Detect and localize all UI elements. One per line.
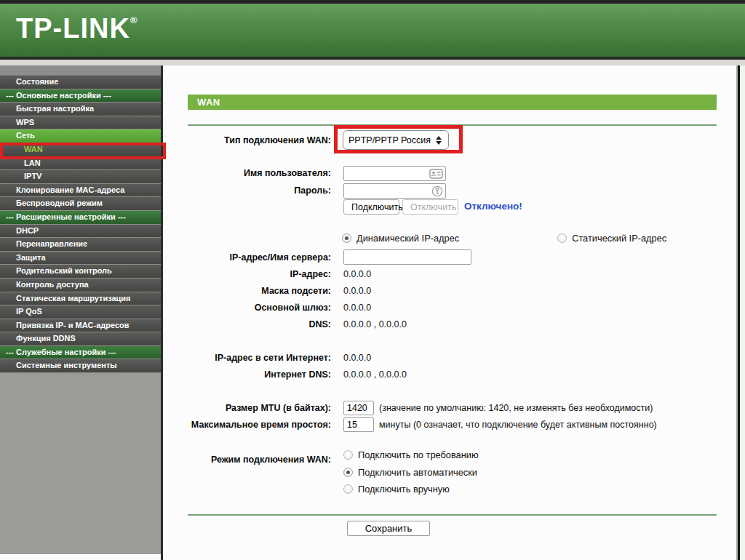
sidebar-item[interactable]: Родительский контроль [0,265,161,279]
mtu-note: (значение по умолчанию: 1420, не изменят… [379,403,653,413]
tplink-logo: TP-LINK® [16,13,138,44]
sidebar-item[interactable]: Контроль доступа [0,279,161,292]
sidebar-item-label: --- Основные настройки --- [6,91,111,100]
radio-option-label: Подключить по требованию [358,449,479,460]
sidebar-bottom-strip [0,554,161,560]
wan-mode-radio-option[interactable]: Подключить вручную [343,484,479,495]
idle-time-input[interactable] [343,417,374,432]
ip-mode-radio-option[interactable]: Динамический IP-адрес [342,233,459,244]
inet-dns-label: Интернет DNS: [167,369,331,380]
sidebar-item-label: Быстрая настройка [16,104,94,113]
sidebar-item[interactable]: IP QoS [0,305,161,319]
sidebar-item-label: Беспроводной режим [16,199,103,207]
inet-ip-label: IP-адрес в сети Интернет: [167,353,331,363]
mask-value: 0.0.0.0 [343,286,371,296]
sidebar-item-label: WAN [24,145,43,153]
registered-mark: ® [130,15,138,25]
sidebar-items: Состояние --- Основные настройки --- Быс… [0,76,161,373]
sidebar-item-label: Системные инструменты [16,361,117,369]
select-stepper-icon [436,136,442,145]
radio-option-label: Подключить вручную [358,484,450,495]
router-admin-screen: TP-LINK® Состояние --- Основные настройк… [0,0,745,560]
connection-type-label: Тип подключения WAN: [167,135,331,145]
sidebar-item-label: WPS [16,118,34,127]
sidebar-item[interactable]: DHCP [0,225,161,239]
sidebar-item[interactable]: Состояние [0,76,161,89]
radio-icon [343,450,353,460]
sidebar-item[interactable]: Защита [0,252,161,265]
mtu-label: Размер MTU (в байтах): [167,403,331,413]
sidebar-item[interactable]: Перенаправление [0,238,161,252]
password-label: Пароль: [167,185,331,196]
password-field-wrap [343,183,446,199]
ip-label: IP-адрес: [167,269,331,279]
dns-value: 0.0.0.0 , 0.0.0.0 [343,319,407,329]
sidebar-menu: Состояние --- Основные настройки --- Быс… [0,65,163,560]
radio-icon [342,233,351,243]
sidebar-top-cap [0,65,161,76]
sidebar-item[interactable]: WPS [0,116,161,130]
sidebar-item-label: Защита [16,253,46,262]
wan-mode-radio-option[interactable]: Подключить по требованию [343,449,479,460]
sidebar-item[interactable]: --- Основные настройки --- [0,89,161,103]
sidebar-item-label: Родительский контроль [16,266,112,275]
sidebar-item[interactable]: Быстрая настройка [0,103,161,116]
sidebar-item[interactable]: Функция DDNS [0,332,161,346]
wan-mode-radio-option[interactable]: Подключить автоматически [343,467,479,478]
sidebar-item[interactable]: Статическая маршрутизация [0,292,161,306]
username-label: Имя пользователя: [167,168,331,178]
sidebar-item[interactable]: Сеть [0,129,161,143]
save-button[interactable]: Сохранить [347,521,430,536]
sidebar-item[interactable]: WAN [0,143,161,157]
radio-option-label: Динамический IP-адрес [356,233,459,244]
mtu-input[interactable] [343,401,374,415]
body-row: Состояние --- Основные настройки --- Быс… [0,65,745,560]
radio-option-label: Статический IP-адрес [572,233,666,244]
ip-mode-radio-option[interactable]: Статический IP-адрес [557,233,666,244]
sidebar-item-label: Контроль доступа [16,280,89,289]
browser-scrollbar-track[interactable] [740,65,745,560]
sidebar-item-label: Привязка IP- и MAC-адресов [16,321,130,329]
key-icon[interactable] [431,185,443,197]
brand-header: TP-LINK® [0,4,745,57]
sidebar-item[interactable]: --- Расширенные настройки --- [0,211,161,225]
server-input[interactable] [344,250,471,264]
sidebar-item-label: IPTV [24,172,41,180]
wan-mode-radio-group: Подключить по требованию Подключить авто… [343,449,479,495]
server-field-wrap [343,249,471,265]
sidebar-item-label: Сеть [16,131,35,140]
wan-mode-label: Режим подключения WAN: [167,455,331,465]
sidebar-item[interactable]: LAN [0,157,161,171]
sidebar-filler [0,373,161,554]
sidebar-item[interactable]: Привязка IP- и MAC-адресов [0,319,161,333]
server-label: IP-адрес/Имя сервера: [167,252,331,263]
ip-mode-radio-group: Динамический IP-адрес Статический IP-адр… [342,233,666,244]
connect-button[interactable]: Подключить [343,199,399,215]
disconnect-button[interactable]: Отключить [402,199,458,215]
sidebar-item-label: --- Расширенные настройки --- [6,212,126,221]
contact-card-icon[interactable] [429,169,443,179]
username-input[interactable] [344,167,429,180]
main-content: WAN Тип подключения WAN: PPTP/PPTP Росси… [163,65,736,560]
sidebar-item-label: DHCP [16,226,39,235]
mask-label: Маска подсети: [167,286,331,296]
password-input[interactable] [344,184,431,198]
sidebar-item[interactable]: IPTV [0,170,161,184]
sidebar-item-label: Клонирование MAC-адреса [16,185,124,194]
gateway-label: Основной шлюз: [167,303,331,313]
sidebar-item[interactable]: Системные инструменты [0,359,161,373]
connection-type-select[interactable]: PPTP/PPTP Россия [343,130,449,150]
connection-status-text: Отключено! [464,201,522,212]
sidebar-item-label: Состояние [16,77,58,86]
sidebar-item[interactable]: Беспроводной режим [0,197,161,211]
radio-option-label: Подключить автоматически [358,467,477,478]
idle-time-note: минуты (0 означает, что подключение буде… [379,420,657,430]
connection-type-value: PPTP/PPTP Россия [343,135,436,145]
sidebar-item[interactable]: Клонирование MAC-адреса [0,184,161,198]
header-gray-strip [0,60,745,65]
inet-dns-value: 0.0.0.0 , 0.0.0.0 [343,369,407,380]
sidebar-item-label: --- Служебные настройки --- [6,348,116,356]
sidebar-item[interactable]: --- Служебные настройки --- [0,346,161,360]
radio-icon [557,233,567,243]
radio-icon [343,468,353,477]
